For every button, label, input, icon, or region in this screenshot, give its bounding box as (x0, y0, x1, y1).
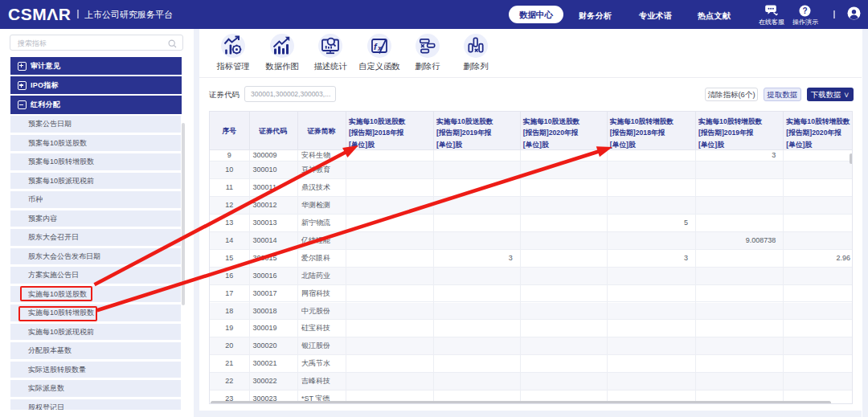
svg-text:?: ? (802, 6, 807, 15)
